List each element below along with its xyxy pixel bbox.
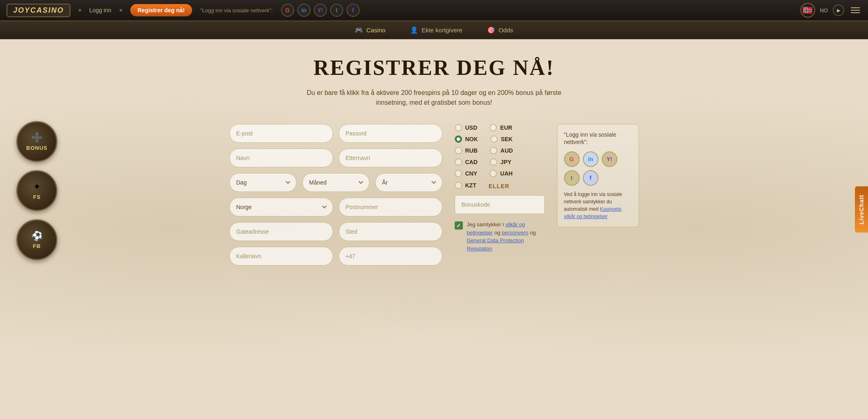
password-input[interactable] (339, 124, 442, 143)
fb-label: FB (33, 243, 41, 249)
nickname-input[interactable] (229, 247, 333, 266)
currency-cny[interactable]: CNY (455, 170, 478, 177)
agree-section: Jeg samtykker i vilkår og betingelser og… (455, 221, 545, 252)
email-input[interactable] (229, 124, 333, 143)
cad-label: CAD (465, 159, 478, 165)
logo[interactable]: JOYCASINO (7, 4, 70, 17)
jpy-label: JPY (501, 159, 511, 165)
currency-row-6: KZT ELLER (455, 181, 545, 189)
currency-row-3: RUB AUD (455, 147, 545, 154)
phone-input[interactable] (339, 247, 442, 266)
sek-radio[interactable] (490, 135, 498, 143)
aud-radio[interactable] (490, 147, 497, 154)
eur-radio[interactable] (490, 124, 497, 131)
or-divider: ELLER (489, 183, 510, 189)
bonus-badge[interactable]: ➕ BONUS (16, 121, 57, 162)
social-login-label: "Logg inn via sosiale nettverk": (200, 7, 273, 14)
postnumber-input[interactable] (339, 198, 442, 216)
currency-uah[interactable]: UAH (490, 170, 512, 177)
currency-eur[interactable]: EUR (490, 124, 512, 131)
dob-row: Dag Måned År (229, 173, 442, 192)
currency-cad[interactable]: CAD (455, 158, 478, 166)
main-content: ➕ BONUS ✦ FS ⚽ FB REGISTRER DEG NÅ! Du e… (0, 39, 868, 416)
sidebar-tumblr-icon[interactable]: t (564, 170, 580, 186)
agree-checkbox[interactable] (455, 221, 463, 230)
currency-row-5: CNY UAH (455, 170, 545, 177)
live-dealer-icon: 👤 (410, 26, 418, 34)
kzt-label: KZT (465, 182, 476, 189)
agree-text-between2: og (530, 230, 535, 236)
casino-icon: 🎮 (355, 26, 363, 34)
name-row (229, 149, 442, 167)
bonus-label: BONUS (26, 145, 48, 151)
sek-label: SEK (501, 136, 513, 142)
year-select[interactable]: År (375, 173, 442, 192)
city-input[interactable] (339, 222, 442, 241)
side-badges: ➕ BONUS ✦ FS ⚽ FB (16, 121, 57, 260)
page-subtitle: Du er bare få klikk fra å aktivere 200 f… (8, 88, 860, 108)
currency-nok[interactable]: NOK (455, 135, 478, 143)
nav-right: 🇳🇴 NO ▸ (800, 3, 862, 18)
nav-item-casino[interactable]: 🎮 Casino (355, 26, 385, 34)
livechat-tab[interactable]: LiveChatt (855, 187, 868, 233)
social-sidebar-note: Ved å logge inn via sosiale nettverk sam… (564, 191, 632, 220)
currency-jpy[interactable]: JPY (490, 158, 511, 166)
fb-badge[interactable]: ⚽ FB (16, 219, 57, 260)
jpy-radio[interactable] (490, 158, 497, 166)
usd-label: USD (465, 124, 478, 131)
gdpr-link[interactable]: General Data Protection Regulation (467, 237, 524, 252)
facebook-login-icon[interactable]: f (347, 4, 360, 17)
yahoo-login-icon[interactable]: Y! (314, 4, 327, 17)
sidebar-linkedin-icon[interactable]: in (583, 151, 598, 167)
tumblr-login-icon[interactable]: t (330, 4, 343, 17)
currency-rub[interactable]: RUB (455, 147, 478, 154)
agree-text: Jeg samtykker i vilkår og betingelser og… (467, 221, 545, 252)
firstname-input[interactable] (229, 149, 333, 167)
cad-radio[interactable] (455, 158, 462, 166)
nav-item-live-dealer-label: Ekte kortgivere (422, 27, 462, 34)
hamburger-menu[interactable] (849, 6, 861, 15)
fs-icon: ✦ (33, 182, 41, 192)
register-button[interactable]: Registrer deg nå! (130, 4, 192, 16)
bonus-code-input[interactable] (455, 195, 545, 214)
uah-radio[interactable] (490, 170, 497, 177)
social-icons-nav: G in Y! t f (281, 4, 360, 17)
usd-radio[interactable] (455, 124, 462, 131)
sidebar-yahoo-icon[interactable]: Y! (602, 151, 617, 167)
sidebar-google-icon[interactable]: G (564, 151, 580, 167)
street-input[interactable] (229, 222, 333, 241)
currency-kzt[interactable]: KZT (455, 182, 476, 189)
sidebar-facebook-icon[interactable]: f (583, 170, 598, 186)
nav-dot-1 (79, 9, 81, 11)
eur-label: EUR (500, 124, 512, 131)
rub-radio[interactable] (455, 147, 462, 154)
privacy-link[interactable]: personvern (502, 230, 528, 236)
top-navigation: JOYCASINO Logg inn Registrer deg nå! "Lo… (0, 0, 868, 21)
month-select[interactable]: Måned (302, 173, 369, 192)
page-title: REGISTRER DEG NÅ! (8, 56, 860, 80)
fs-badge[interactable]: ✦ FS (16, 170, 57, 211)
currency-aud[interactable]: AUD (490, 147, 513, 154)
lastname-input[interactable] (339, 149, 442, 167)
nok-radio[interactable] (455, 135, 462, 143)
login-button[interactable]: Logg inn (89, 7, 111, 14)
cny-label: CNY (465, 170, 478, 177)
currency-section: USD EUR NOK SEK (455, 124, 545, 252)
secondary-navigation: 🎮 Casino 👤 Ekte kortgivere 🎯 Odds (0, 21, 868, 39)
currency-usd[interactable]: USD (455, 124, 478, 131)
kzt-radio[interactable] (455, 182, 462, 189)
google-login-icon[interactable]: G (281, 4, 294, 17)
nav-item-live-dealer[interactable]: 👤 Ekte kortgivere (410, 26, 462, 34)
nav-item-casino-label: Casino (366, 27, 385, 34)
fs-label: FS (33, 194, 41, 200)
linkedin-login-icon[interactable]: in (297, 4, 310, 17)
day-select[interactable]: Dag (229, 173, 297, 192)
country-select[interactable]: Norge (229, 198, 333, 216)
language-dropdown-button[interactable]: ▸ (833, 5, 844, 16)
cny-radio[interactable] (455, 170, 462, 177)
social-icons-grid: G in Y! t f (564, 151, 632, 186)
social-sidebar: "Logg inn via sosiale nettverk": G in Y!… (557, 124, 639, 227)
nav-item-odds[interactable]: 🎯 Odds (487, 26, 513, 34)
currency-sek[interactable]: SEK (490, 135, 513, 143)
flag-icon: 🇳🇴 (800, 3, 815, 18)
